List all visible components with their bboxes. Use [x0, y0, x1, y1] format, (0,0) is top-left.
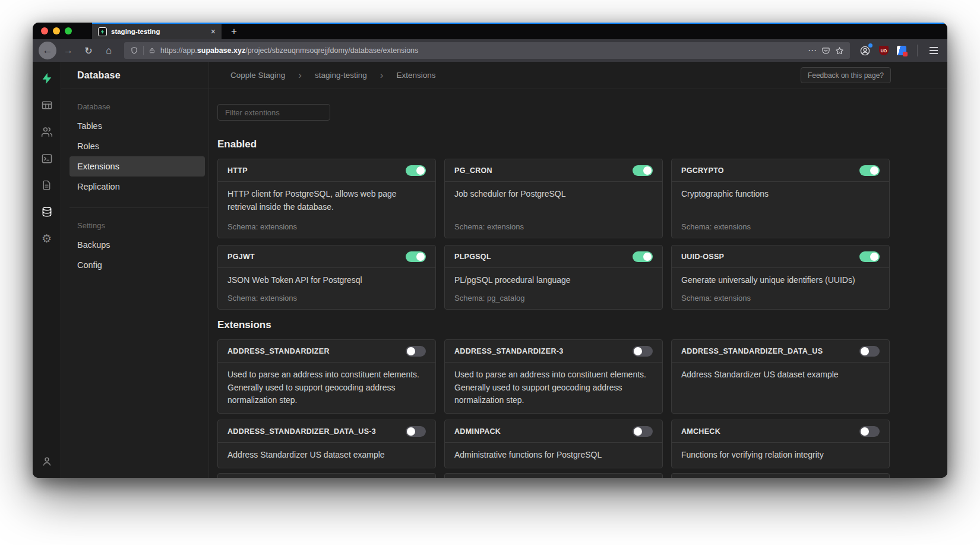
feedback-button[interactable]: Feedback on this page?	[801, 67, 891, 83]
chevron-right-icon: ›	[298, 70, 302, 80]
extension-card-body: Job scheduler for PostgreSQL Schema: ext…	[445, 182, 662, 238]
rail-settings-gear-icon[interactable]: ⚙	[33, 225, 61, 252]
toggle-knob	[870, 166, 878, 175]
tracking-shield-icon[interactable]	[130, 46, 138, 55]
extension-description: PL/pgSQL procedural language	[454, 274, 653, 287]
extension-toggle[interactable]	[859, 251, 880, 262]
extension-toggle[interactable]	[406, 426, 426, 437]
extension-description: Functions for verifying relation integri…	[681, 449, 880, 462]
bookmark-star-icon[interactable]	[835, 46, 844, 55]
extension-description: Used to parse an address into constituen…	[227, 368, 426, 407]
extension-card-body: Generate universally unique identifiers …	[672, 268, 889, 309]
extension-card-header: PLPGSQL	[445, 245, 662, 268]
pocket-icon[interactable]	[821, 46, 830, 55]
tab-staging-testing[interactable]: staging-testing ×	[92, 24, 222, 39]
extension-toggle[interactable]	[633, 251, 653, 262]
extension-toggle[interactable]	[633, 165, 653, 176]
extension-schema: Schema: extensions	[681, 218, 880, 231]
extension-toggle[interactable]	[406, 251, 426, 262]
tab-title: staging-testing	[111, 28, 211, 35]
lock-icon[interactable]	[148, 47, 156, 54]
extension-card: ADDRESS_STANDARDIZER_DATA_US-3 Address S…	[217, 420, 436, 468]
extension-card: ADDRESS_STANDARDIZER-3 Used to parse an …	[444, 339, 663, 414]
rail-sql-editor-icon[interactable]	[33, 145, 61, 172]
minimize-window-button[interactable]	[53, 27, 60, 34]
extension-toggle[interactable]	[633, 426, 653, 437]
extension-card-stub	[671, 473, 890, 478]
breadcrumb-project[interactable]: staging-testing	[315, 71, 367, 80]
sidebar-item-replication[interactable]: Replication	[69, 177, 205, 197]
mini-lock-icon	[903, 52, 908, 56]
url-bar[interactable]: https://app.supabase.xyz/project/sbzeuqn…	[124, 42, 850, 59]
close-window-button[interactable]	[41, 27, 48, 34]
extension-toggle[interactable]	[633, 346, 653, 357]
extension-toggle[interactable]	[859, 165, 880, 176]
extension-name: HTTP	[227, 166, 248, 175]
breadcrumb-org[interactable]: Copple Staging	[230, 71, 285, 80]
forward-button[interactable]: →	[60, 42, 77, 59]
extension-card-header: HTTP	[218, 159, 435, 182]
extension-card-body: JSON Web Token API for Postgresql Schema…	[218, 268, 435, 309]
toggle-knob	[861, 427, 869, 436]
extension-toggle[interactable]	[406, 165, 426, 176]
extension-card: UUID-OSSP Generate universally unique id…	[671, 245, 890, 310]
extension-name: ADDRESS_STANDARDIZER_DATA_US	[681, 347, 823, 355]
back-button[interactable]: ←	[39, 42, 56, 59]
ublock-origin-icon[interactable]: UO	[879, 46, 889, 55]
reload-button[interactable]: ↻	[80, 42, 97, 59]
new-tab-button[interactable]: +	[231, 26, 237, 37]
menu-hamburger-icon[interactable]	[928, 46, 939, 55]
sidebar-item-tables[interactable]: Tables	[69, 116, 205, 136]
extension-card-header: PG_CRON	[445, 159, 662, 182]
extension-name: ADDRESS_STANDARDIZER_DATA_US-3	[227, 427, 376, 436]
sidebar-item-roles[interactable]: Roles	[69, 136, 205, 156]
sidebar-item-backups[interactable]: Backups	[69, 235, 205, 255]
extension-toggle[interactable]	[859, 426, 880, 437]
password-extension-icon[interactable]	[897, 46, 906, 55]
extension-description: Used to parse an address into constituen…	[454, 368, 653, 407]
extension-name: UUID-OSSP	[681, 253, 724, 261]
sidebar-title: Database	[77, 70, 121, 81]
database-sidebar: Database Database Tables Roles Extension…	[61, 62, 209, 478]
extension-card: PGJWT JSON Web Token API for Postgresql …	[217, 245, 436, 310]
extension-schema: Schema: pg_catalog	[454, 289, 653, 303]
rail-docs-icon[interactable]	[33, 172, 61, 199]
rail-auth-users-icon[interactable]	[33, 118, 61, 145]
maximize-window-button[interactable]	[65, 27, 72, 34]
tab-close-icon[interactable]: ×	[211, 27, 216, 36]
rail-table-editor-icon[interactable]	[33, 92, 61, 118]
sidebar-item-extensions[interactable]: Extensions	[69, 156, 205, 177]
extension-description: Administrative functions for PostgreSQL	[454, 449, 653, 462]
partially-visible-card-row	[217, 473, 891, 478]
toggle-knob	[634, 347, 642, 355]
filter-extensions-input[interactable]	[217, 104, 330, 121]
macos-traffic-lights	[33, 23, 92, 39]
browser-toolbar: ← → ↻ ⌂ https://app.supabase.xyz/project…	[33, 39, 947, 62]
address-text[interactable]: https://app.supabase.xyz/project/sbzeuqn…	[160, 46, 803, 55]
sidebar-item-config[interactable]: Config	[69, 255, 205, 275]
home-button[interactable]: ⌂	[100, 42, 117, 59]
supabase-favicon-icon	[98, 27, 107, 36]
extension-toggle[interactable]	[859, 346, 880, 357]
firefox-account-icon[interactable]	[859, 45, 871, 56]
toggle-knob	[643, 166, 652, 175]
page-actions-icon[interactable]: ⋯	[808, 45, 817, 56]
extension-description: JSON Web Token API for Postgresql	[227, 274, 426, 287]
rail-account-person-icon[interactable]	[41, 455, 53, 470]
extension-card: PGCRYPTO Cryptographic functions Schema:…	[671, 159, 890, 238]
extension-card: PG_CRON Job scheduler for PostgreSQL Sch…	[444, 159, 663, 238]
tab-strip: staging-testing × +	[92, 23, 947, 39]
extension-name: ADMINPACK	[454, 427, 501, 436]
extension-toggle[interactable]	[406, 346, 426, 357]
extension-card-header: ADMINPACK	[445, 420, 662, 443]
extension-card-stub	[217, 473, 436, 478]
supabase-logo-icon[interactable]	[40, 65, 53, 92]
sidebar-group-label-settings: Settings	[61, 221, 208, 230]
extension-description: Generate universally unique identifiers …	[681, 274, 880, 287]
toggle-knob	[407, 427, 415, 436]
rail-database-icon[interactable]	[33, 199, 61, 225]
extension-name: ADDRESS_STANDARDIZER-3	[454, 347, 563, 355]
extension-card: ADDRESS_STANDARDIZER_DATA_US Address Sta…	[671, 339, 890, 414]
extension-description: Address Standardizer US dataset example	[681, 368, 880, 382]
toggle-knob	[643, 253, 652, 261]
